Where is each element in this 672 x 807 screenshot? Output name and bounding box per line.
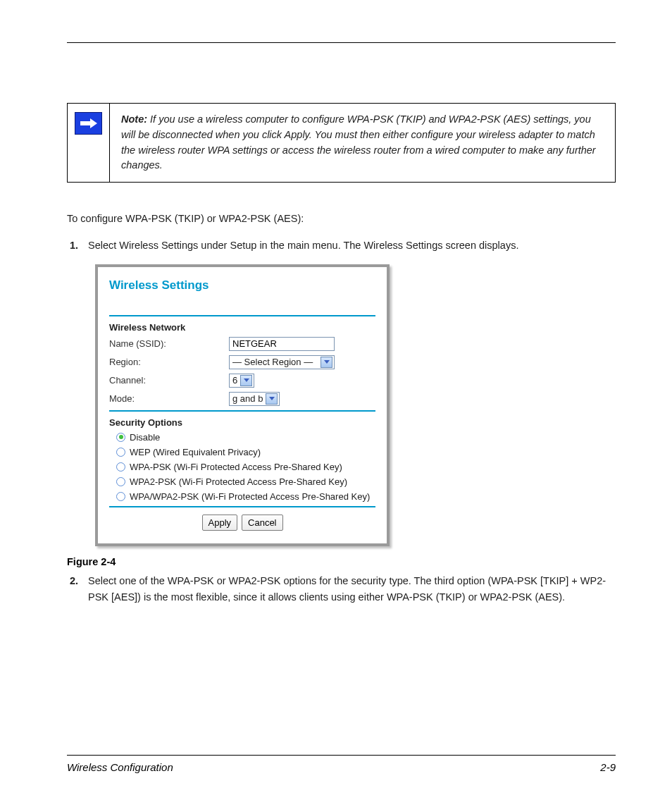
button-row: Apply Cancel (109, 515, 375, 531)
divider (109, 506, 375, 507)
footer-rule (67, 755, 616, 756)
chevron-down-icon (266, 393, 278, 405)
svg-marker-3 (244, 378, 249, 382)
apply-button[interactable]: Apply (202, 515, 238, 531)
panel-title: Wireless Settings (109, 278, 375, 292)
svg-rect-0 (80, 121, 90, 125)
radio-icon (116, 462, 125, 472)
radio-icon (116, 477, 125, 486)
figure-caption: Figure 2-4 (67, 556, 616, 567)
channel-select[interactable]: 6 (229, 374, 254, 388)
option-label: Disable (130, 432, 160, 443)
screenshot-wrap: Wireless Settings Wireless Network Name … (95, 264, 616, 546)
channel-value: 6 (232, 375, 240, 386)
region-label: Region: (109, 357, 229, 367)
top-rule (67, 42, 616, 43)
note-icon-cell (68, 104, 110, 182)
page-footer: Wireless Configuration 2-9 (67, 755, 616, 773)
section-wireless-network: Wireless Network (109, 322, 375, 333)
mode-label: Mode: (109, 393, 229, 404)
row-region: Region: — Select Region — (109, 355, 375, 369)
divider (109, 315, 375, 316)
chevron-down-icon (321, 357, 332, 368)
svg-marker-2 (324, 360, 330, 364)
note-content: Note: If you use a wireless computer to … (110, 104, 615, 182)
row-channel: Channel: 6 (109, 374, 375, 388)
channel-label: Channel: (109, 375, 229, 386)
row-mode: Mode: g and b (109, 392, 375, 406)
note-label: Note: (121, 113, 147, 125)
option-label: WPA/WPA2-PSK (Wi-Fi Protected Access Pre… (130, 491, 370, 502)
svg-marker-1 (90, 118, 97, 128)
security-option-wpa2-psk[interactable]: WPA2-PSK (Wi-Fi Protected Access Pre-Sha… (116, 476, 375, 487)
region-select[interactable]: — Select Region — (229, 355, 335, 369)
step-1-number: 1. (70, 238, 88, 254)
ssid-label: Name (SSID): (109, 338, 229, 349)
step-1: 1. Select Wireless Settings under Setup … (70, 238, 616, 254)
arrow-right-icon (75, 112, 102, 135)
step-1-text: Select Wireless Settings under Setup in … (88, 238, 616, 254)
footer-page-number: 2-9 (600, 761, 616, 773)
chevron-down-icon (240, 375, 252, 386)
intro-paragraph: To configure WPA-PSK (TKIP) or WPA2-PSK … (67, 211, 616, 226)
steps-list: 1. Select Wireless Settings under Setup … (67, 238, 616, 254)
radio-icon (116, 448, 125, 457)
security-option-wpa-wpa2-psk[interactable]: WPA/WPA2-PSK (Wi-Fi Protected Access Pre… (116, 491, 375, 502)
step-2-number: 2. (70, 573, 88, 605)
note-text: If you use a wireless computer to config… (121, 113, 596, 171)
ssid-input[interactable] (229, 337, 335, 351)
wireless-settings-screenshot: Wireless Settings Wireless Network Name … (95, 264, 390, 546)
mode-value: g and b (232, 393, 266, 404)
option-label: WEP (Wired Equivalent Privacy) (130, 447, 261, 457)
region-value: — Select Region — (232, 357, 316, 367)
cancel-button[interactable]: Cancel (242, 515, 282, 531)
security-option-disable[interactable]: Disable (116, 432, 375, 443)
security-option-wpa-psk[interactable]: WPA-PSK (Wi-Fi Protected Access Pre-Shar… (116, 462, 375, 472)
mode-select[interactable]: g and b (229, 392, 280, 406)
radio-icon (116, 492, 125, 501)
option-label: WPA2-PSK (Wi-Fi Protected Access Pre-Sha… (130, 476, 347, 487)
option-label: WPA-PSK (Wi-Fi Protected Access Pre-Shar… (130, 462, 342, 472)
radio-icon (116, 433, 125, 442)
security-option-wep[interactable]: WEP (Wired Equivalent Privacy) (116, 447, 375, 457)
row-ssid: Name (SSID): (109, 337, 375, 351)
note-box: Note: If you use a wireless computer to … (67, 103, 616, 183)
divider (109, 410, 375, 412)
section-security-options: Security Options (109, 417, 375, 428)
step-2: 2. Select one of the WPA-PSK or WPA2-PSK… (70, 573, 616, 605)
steps-list-continued: 2. Select one of the WPA-PSK or WPA2-PSK… (67, 573, 616, 605)
step-2-text: Select one of the WPA-PSK or WPA2-PSK op… (88, 573, 616, 605)
svg-marker-4 (269, 397, 275, 400)
footer-section: Wireless Configuration (67, 761, 173, 773)
